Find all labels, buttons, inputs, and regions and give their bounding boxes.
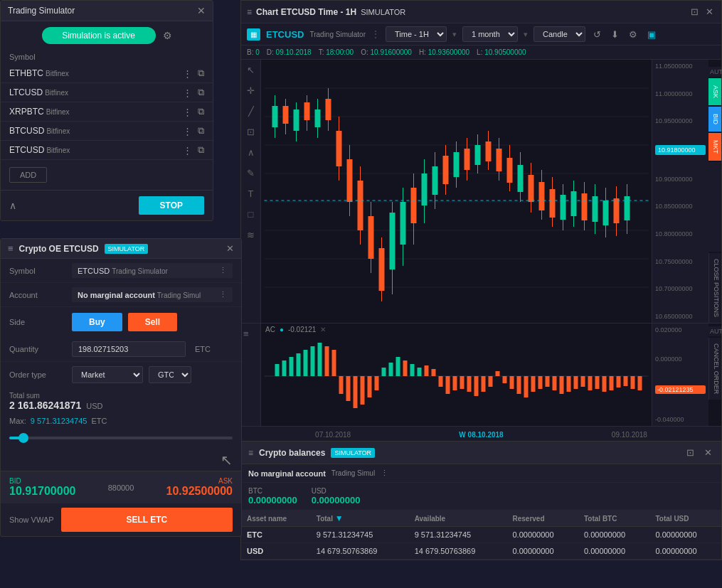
osc-price-axis: 0.020000 0.000000 -0.02121235 -0.040000 <box>652 324 708 426</box>
symbol-open-button[interactable]: ⧉ <box>198 144 204 156</box>
symbol-menu-button[interactable]: ⋮ <box>183 126 192 137</box>
symbol-info: ETCUSD Bitfinex <box>9 145 70 155</box>
osc-tool-list[interactable]: ≡ <box>241 326 251 341</box>
symbol-exchange: Bitfinex <box>45 89 68 97</box>
settings-icon[interactable]: ⚙ <box>627 27 639 42</box>
svg-rect-78 <box>275 364 280 376</box>
svg-rect-63 <box>561 195 566 220</box>
svg-rect-115 <box>538 376 543 389</box>
svg-rect-128 <box>631 376 635 389</box>
chart-tool-fib[interactable]: ∧ <box>245 145 257 160</box>
chart-tool-indicators[interactable]: ≋ <box>245 228 257 242</box>
add-symbol-button[interactable]: ADD <box>9 167 47 183</box>
stop-button[interactable]: STOP <box>139 196 204 215</box>
asset-usd: USD <box>241 543 311 560</box>
etc-total: 9 571.31234745 <box>311 527 409 543</box>
chart-tool-ruler[interactable]: ⊡ <box>245 124 257 139</box>
max-currency: ETC <box>91 417 107 425</box>
oscillator-svg <box>261 336 652 417</box>
symbol-menu-button[interactable]: ⋮ <box>183 87 192 98</box>
oe-account-menu-icon[interactable]: ⋮ <box>219 290 227 299</box>
bid-side-button[interactable]: BID <box>708 107 721 132</box>
osc-indicator-label: AC <box>265 326 275 333</box>
chart-tool-crosshair[interactable]: ✛ <box>245 83 257 98</box>
symbol-actions: ⋮ ⧉ <box>183 106 204 117</box>
symbol-exchange: Bitfinex <box>46 127 70 135</box>
chart-tool-cursor[interactable]: ↖ <box>245 63 257 77</box>
svg-rect-119 <box>567 376 571 392</box>
chart-type-icon: ▦ <box>247 28 260 41</box>
gtc-select[interactable]: GTC <box>149 366 191 383</box>
date-range-select[interactable]: 1 month <box>462 26 518 42</box>
cancel-order-button[interactable]: CANCEL ORDER <box>708 338 721 400</box>
side-label: Side <box>9 318 66 326</box>
symbol-menu-button[interactable]: ⋮ <box>183 68 192 79</box>
svg-rect-75 <box>625 196 630 220</box>
trading-simulator-close[interactable]: ✕ <box>197 5 206 16</box>
svg-rect-123 <box>595 376 600 389</box>
simulation-active-button[interactable]: Simulation is active <box>42 27 156 44</box>
chart-close-button[interactable]: ✕ <box>704 4 716 19</box>
svg-rect-41 <box>443 156 449 184</box>
symbol-info: XRPBTC Bitfinex <box>9 107 70 117</box>
svg-rect-127 <box>624 376 628 386</box>
time-period-select[interactable]: Time - 1H <box>386 26 447 42</box>
symbol-row-xrpbtc: XRPBTC Bitfinex ⋮ ⧉ <box>1 102 213 122</box>
chart-tool-pen[interactable]: ✎ <box>245 166 257 181</box>
svg-rect-19 <box>326 99 331 120</box>
sell-etc-button[interactable]: SELL ETC <box>61 508 233 532</box>
chart-symbol-name: ETCUSD <box>266 29 304 40</box>
svg-rect-53 <box>507 158 513 183</box>
svg-rect-61 <box>550 189 556 218</box>
chart-tool-text[interactable]: T <box>246 186 256 201</box>
symbol-open-button[interactable]: ⧉ <box>198 68 204 79</box>
chart-tool-shapes[interactable]: □ <box>246 207 256 222</box>
osc-level-zero: 0.000000 <box>655 356 706 363</box>
collapse-button[interactable]: ∧ <box>9 200 16 211</box>
order-type-select[interactable]: Market <box>72 366 143 383</box>
svg-rect-13 <box>294 109 299 131</box>
filter-icon[interactable]: ▼ <box>335 513 344 523</box>
osc-close-icon[interactable]: ✕ <box>320 326 326 333</box>
download-icon[interactable]: ⬇ <box>609 27 621 42</box>
symbol-menu-button[interactable]: ⋮ <box>183 107 192 117</box>
close-positions-button[interactable]: CLOSE POSITIONS <box>708 253 721 323</box>
oe-close-button[interactable]: ✕ <box>226 243 234 254</box>
svg-rect-31 <box>390 213 395 269</box>
ask-side-button[interactable]: ASK <box>708 78 721 105</box>
svg-rect-81 <box>297 353 301 376</box>
col-reserved: Reserved <box>506 511 578 527</box>
fullscreen-icon[interactable]: ▣ <box>645 27 658 42</box>
quantity-input[interactable] <box>72 341 186 357</box>
buy-button[interactable]: Buy <box>72 313 122 331</box>
gear-icon[interactable]: ⚙ <box>163 30 172 41</box>
svg-rect-9 <box>272 106 278 127</box>
symbol-menu-button[interactable]: ⋮ <box>183 145 192 156</box>
slider-thumb[interactable] <box>18 433 28 443</box>
sell-button[interactable]: Sell <box>128 313 177 331</box>
symbol-actions: ⋮ ⧉ <box>183 68 204 79</box>
svg-rect-86 <box>332 350 336 376</box>
symbol-open-button[interactable]: ⧉ <box>198 87 204 98</box>
svg-rect-92 <box>375 376 379 390</box>
symbol-open-button[interactable]: ⧉ <box>198 125 204 137</box>
table-row: ETC 9 571.31234745 9 571.31234745 0.0000… <box>241 527 721 543</box>
chart-resize-button[interactable]: ⊡ <box>689 4 701 19</box>
balances-simulator-badge: SIMULATOR <box>331 448 375 458</box>
osc-level-low: -0.040000 <box>655 416 706 423</box>
symbol-exchange: Bitfinex <box>46 146 70 154</box>
refresh-icon[interactable]: ↺ <box>591 27 603 42</box>
balances-account-menu[interactable]: ⋮ <box>381 469 388 478</box>
chart-type-select[interactable]: Candle <box>533 26 585 42</box>
balances-close-button[interactable]: ✕ <box>702 445 714 460</box>
balances-resize-button[interactable]: ⊡ <box>684 445 696 460</box>
ohlc-t-label: T: <box>319 48 324 56</box>
crypto-oe-panel: ≡ Crypto OE ETCUSD SIMULATOR ✕ Symbol ET… <box>0 238 242 537</box>
symbol-open-button[interactable]: ⧉ <box>198 106 204 117</box>
oe-symbol-menu-icon[interactable]: ⋮ <box>219 266 227 275</box>
svg-rect-49 <box>486 141 492 161</box>
mkt-side-button[interactable]: MKT <box>708 133 721 161</box>
chart-menu-icon: ≡ <box>247 7 252 17</box>
chart-tool-line[interactable]: ╱ <box>246 104 256 119</box>
price-level-1: 11.05000000 <box>655 63 706 70</box>
